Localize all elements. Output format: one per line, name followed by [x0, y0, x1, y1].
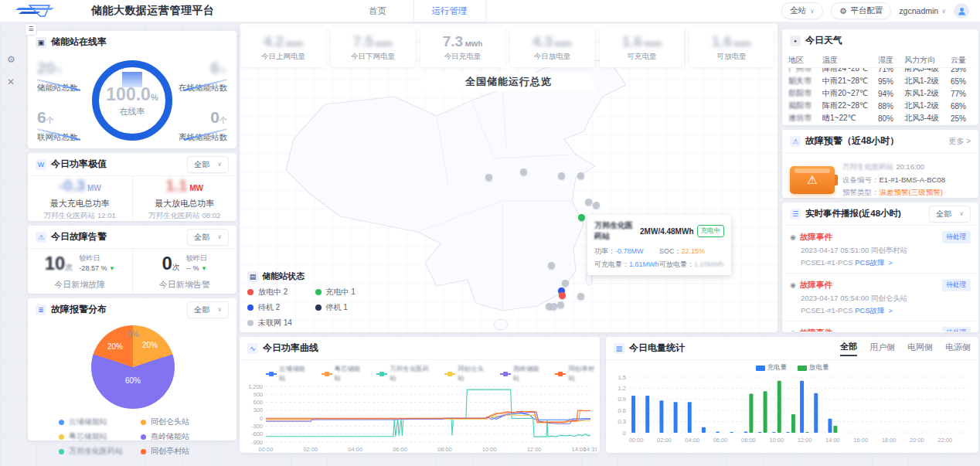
alarm-item: 0次较昨日-- % ▼今日新增告警 — [132, 249, 237, 294]
kpi-card: 1.6 MWh可充电量 — [600, 27, 684, 67]
event-fault-link[interactable]: PCS故障 — [855, 306, 886, 315]
status-label: 充电中 1 — [326, 287, 356, 298]
filter-dropdown[interactable]: 全部 ∨ — [187, 156, 229, 173]
svg-text:0: 0 — [260, 415, 263, 422]
main-nav: 首页运行管理 — [342, 0, 486, 22]
legend-item: 燕岭储能站 — [141, 431, 223, 442]
status-item: 放电中 2 — [247, 287, 315, 298]
battery-warning-icon: ⚠ — [790, 166, 835, 194]
pie-slice-label: 0% — [128, 330, 138, 338]
curve-legend-item[interactable]: 同创亭村站 — [555, 365, 600, 383]
filter-dropdown[interactable]: 全部 ∨ — [187, 229, 229, 246]
svg-text:08:00: 08:00 — [741, 437, 756, 444]
curve-legend-label: 燕岭储能站 — [513, 365, 545, 383]
tab-用户侧[interactable]: 用户侧 — [869, 342, 895, 355]
extreme-number: 1.1 — [166, 177, 188, 194]
power-curve-panel: ∿ 今日功率曲线 云埔储能站粤芯储能站万邦生化医药站同创仑头站燕岭储能站同创亭村… — [240, 337, 600, 453]
svg-text:900: 900 — [253, 391, 263, 398]
compare-label: 较昨日 — [186, 253, 207, 264]
tooltip-row-value: 1.61MWh — [629, 260, 659, 268]
compare-value: -- % ▼ — [186, 264, 207, 274]
curve-legend-item[interactable]: 燕岭储能站 — [500, 365, 545, 383]
station-dot — [557, 301, 564, 308]
station-dot — [562, 280, 569, 287]
filter-dropdown[interactable]: 全部 ∨ — [929, 206, 971, 223]
alarm-bell-icon: ◉ — [790, 329, 796, 332]
pending-badge[interactable]: 待处理 — [942, 279, 971, 291]
weather-col-header: 地区 — [788, 55, 822, 66]
curve-legend-item[interactable]: 云埔储能站 — [266, 365, 311, 383]
panel-title: 今日故障告警 — [51, 230, 107, 243]
nav-tab-首页[interactable]: 首页 — [342, 0, 413, 22]
weather-col-header: 温度 — [822, 55, 878, 66]
tab-全部[interactable]: 全部 — [840, 341, 857, 356]
platform-config-button[interactable]: ⚙ 平台配置 — [831, 2, 891, 19]
legend-label: 云埔储能站 — [69, 417, 107, 427]
kpi-value: 4.3 MWh — [533, 33, 573, 50]
extreme-item: -0.3 MW最大充电总功率万邦生化医药站 12:01 — [28, 176, 132, 221]
weather-row: 韶关市中雨21~28℃95%北风1-2级65% — [788, 75, 972, 87]
panel-collapse-icon[interactable]: ☰ — [25, 23, 37, 36]
arrow-right-icon[interactable]: ＞ — [886, 306, 894, 315]
curve-legend-item[interactable]: 同创仑头站 — [444, 365, 489, 383]
pending-badge[interactable]: 待处理 — [942, 231, 971, 243]
panel-icon: ≣ — [36, 304, 46, 315]
weather-cell: 阵雨24~28℃ — [822, 68, 878, 74]
event-time: 2023-04-17 05:54:00 同创仑头站 — [801, 294, 971, 304]
avatar[interactable] — [954, 3, 969, 19]
stat-number: 0 — [210, 108, 219, 126]
nav-tab-运行管理[interactable]: 运行管理 — [413, 0, 486, 22]
tab-电源侧[interactable]: 电源侧 — [945, 342, 971, 355]
alarm-compare: 较昨日-28.57 % ▼ — [79, 253, 114, 273]
user-menu[interactable]: zgcnadmin ∨ — [899, 6, 946, 15]
site-selector[interactable]: 全站 ∨ — [781, 2, 823, 19]
status-dot — [247, 320, 254, 326]
tooltip-row-label: 可充电量： — [594, 260, 629, 268]
svg-text:0.9: 0.9 — [618, 396, 626, 403]
extreme-sub: 万邦生化医药站 08:02 — [148, 211, 220, 221]
svg-text:22:00: 22:00 — [937, 437, 952, 444]
pie-slice-label: 20% — [142, 341, 158, 349]
kpi-card: 4.2 MWh今日上网电量 — [241, 27, 325, 67]
svg-text:0.6: 0.6 — [618, 407, 626, 414]
close-icon[interactable]: ✕ — [7, 77, 15, 87]
panel-icon: ▤ — [247, 271, 258, 282]
svg-text:12:00: 12:00 — [527, 446, 542, 453]
extreme-unit: MW — [187, 184, 203, 192]
status-item: 充电中 1 — [315, 287, 383, 298]
gear-icon[interactable]: ⚙ — [7, 54, 15, 65]
filter-dropdown[interactable]: 全部 ∨ — [187, 301, 229, 318]
filter-label: 全部 — [936, 209, 951, 219]
curve-legend-label: 云埔储能站 — [279, 365, 311, 383]
legend-dot — [141, 420, 146, 425]
power-extremes-panel: W 今日功率极值 全部 ∨ -0.3 MW最大充电总功率万邦生化医药站 12:0… — [28, 153, 236, 221]
curve-legend-item[interactable]: 万邦生化医药站 — [376, 365, 434, 383]
energy-bar-chart: 00.30.60.91.21.500:0002:0004:0006:0008:0… — [609, 372, 972, 447]
map-banner: 全国储能运行总览 — [420, 73, 597, 91]
weather-cell: 晴1~22℃ — [822, 113, 878, 124]
event-fault-link[interactable]: PCS故障 — [855, 258, 886, 267]
svg-text:10:00: 10:00 — [769, 437, 784, 444]
status-item: 停机 1 — [315, 302, 383, 313]
weather-row: 邵阳市中雨20~27℃94%东风1-2级77% — [788, 87, 972, 100]
tab-电网侧[interactable]: 电网侧 — [907, 342, 933, 355]
station-dot — [559, 292, 566, 299]
compare-label: 较昨日 — [79, 253, 114, 264]
legend-label: 万邦生化医药站 — [69, 446, 123, 457]
compare-number: -28.57 % — [79, 264, 109, 272]
curve-legend-item[interactable]: 粤芯储能站 — [322, 365, 366, 383]
bar-legend-item[interactable]: 放电量 — [798, 363, 829, 372]
status-dot — [247, 304, 254, 311]
stat-unit: 个 — [55, 66, 63, 75]
bar-legend-item[interactable]: 充电量 — [756, 363, 788, 372]
svg-text:1.5: 1.5 — [618, 374, 626, 381]
alarm-value: 0次 — [162, 253, 180, 274]
weather-col-header: 风力方向 — [904, 55, 951, 66]
more-link[interactable]: 更多 > — [948, 136, 971, 147]
weather-cell: 北风1-2级 — [904, 76, 951, 87]
stat-number: 6 — [37, 108, 46, 126]
kpi-card: 1.6 MWh可放电量 — [689, 27, 774, 67]
pending-badge[interactable]: 待处理 — [942, 327, 971, 332]
arrow-right-icon[interactable]: ＞ — [886, 258, 894, 267]
extreme-label: 最大放电总功率 — [155, 198, 214, 209]
